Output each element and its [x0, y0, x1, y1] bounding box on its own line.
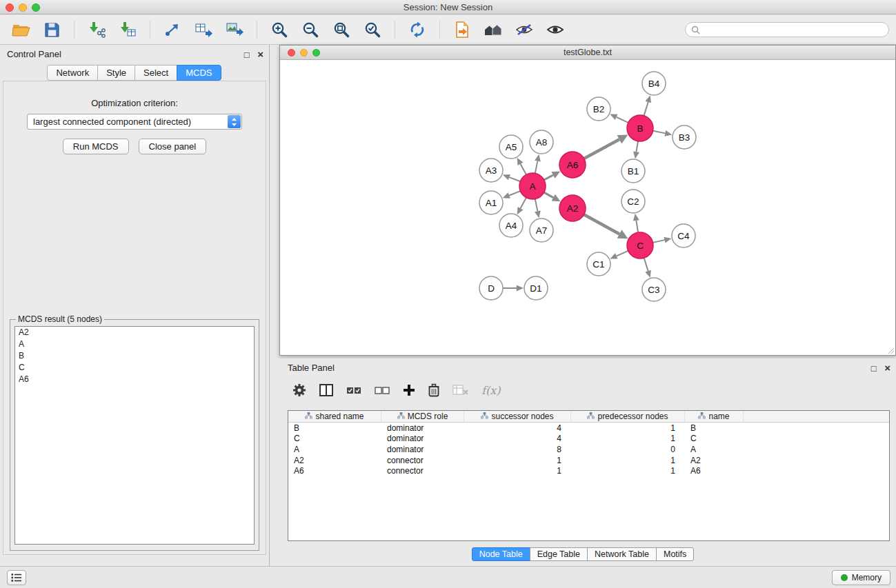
zoom-out-button[interactable]	[299, 19, 321, 41]
function-builder-button[interactable]: f(x)	[481, 384, 500, 397]
tab-style[interactable]: Style	[97, 65, 135, 81]
close-panel-icon[interactable]: ×	[257, 48, 263, 60]
export-network-button[interactable]	[161, 19, 183, 41]
graph-edge-A-A6[interactable]	[544, 175, 553, 180]
show-panel-button[interactable]	[544, 19, 566, 41]
table-row[interactable]: A2connector11A2	[288, 455, 889, 466]
result-item[interactable]: B	[15, 350, 254, 362]
result-item[interactable]: A6	[15, 374, 254, 385]
close-table-panel-icon[interactable]: ×	[884, 362, 890, 374]
column-header-mcds-role[interactable]: MCDS role	[381, 411, 464, 422]
graph-node-A8[interactable]: A8	[530, 130, 553, 154]
graph-node-A3[interactable]: A3	[479, 159, 503, 182]
graph-node-B1[interactable]: B1	[621, 159, 645, 183]
tab-motifs[interactable]: Motifs	[656, 547, 694, 561]
memory-button[interactable]: Memory	[832, 570, 890, 585]
graph-edge-A6-B[interactable]	[584, 139, 619, 159]
graph-edge-B-B2[interactable]	[617, 117, 628, 123]
graph-node-D[interactable]: D	[479, 276, 503, 300]
graph-node-C2[interactable]: C2	[621, 190, 645, 213]
export-table-button[interactable]	[192, 19, 215, 41]
graph-node-A6[interactable]: A6	[559, 152, 586, 178]
bird-view-button[interactable]	[513, 19, 535, 41]
graph-edge-C-C4[interactable]	[653, 240, 665, 243]
table-settings-button[interactable]	[292, 383, 306, 397]
graph-edge-A-A2[interactable]	[544, 192, 554, 197]
graph-node-A2[interactable]: A2	[559, 195, 586, 221]
graph-edge-A-A3[interactable]	[509, 177, 520, 181]
graph-node-C[interactable]: C	[627, 232, 653, 258]
open-session-button[interactable]	[10, 19, 32, 41]
graph-edge-A-A4[interactable]	[520, 198, 526, 209]
graph-node-B[interactable]: B	[627, 115, 653, 141]
graph-edge-A-A5[interactable]	[520, 164, 526, 175]
import-table-button[interactable]	[117, 19, 139, 41]
table-row[interactable]: Cdominator41C	[288, 434, 889, 445]
graph-edge-B-B3[interactable]	[653, 131, 666, 134]
graph-edge-A-A1[interactable]	[509, 191, 520, 195]
column-header-name[interactable]: name	[685, 411, 744, 422]
criterion-dropdown[interactable]: largest connected component (directed)	[27, 114, 242, 130]
table-row[interactable]: Bdominator41B	[288, 423, 889, 434]
graph-node-B2[interactable]: B2	[587, 97, 610, 121]
column-header-shared-name[interactable]: shared name	[288, 411, 381, 422]
graph-node-C4[interactable]: C4	[672, 224, 695, 247]
graph-edge-B-B4[interactable]	[644, 102, 648, 116]
graph-edge-C-C2[interactable]	[636, 221, 638, 232]
create-column-button[interactable]	[403, 384, 415, 396]
close-window-button[interactable]	[6, 3, 14, 12]
graph-node-B3[interactable]: B3	[673, 125, 696, 149]
delete-table-button[interactable]	[452, 385, 468, 396]
graph-edge-B-B1[interactable]	[636, 141, 637, 152]
open-network-file-button[interactable]	[451, 19, 473, 41]
graphics-details-button[interactable]	[482, 19, 504, 41]
network-close-button[interactable]	[288, 49, 295, 57]
zoom-selected-button[interactable]	[361, 19, 384, 41]
graph-edge-C-C3[interactable]	[644, 258, 648, 271]
graph-node-C1[interactable]: C1	[587, 252, 610, 276]
tab-network-table[interactable]: Network Table	[587, 547, 657, 561]
delete-column-button[interactable]	[428, 383, 439, 397]
save-session-button[interactable]	[41, 19, 63, 41]
table-row[interactable]: Adominator80A	[288, 444, 889, 455]
network-minimize-button[interactable]	[300, 49, 308, 57]
float-panel-icon[interactable]: □	[244, 50, 250, 60]
graph-node-A1[interactable]: A1	[479, 191, 503, 214]
graph-edge-A-A7[interactable]	[535, 199, 538, 212]
result-item[interactable]: A	[15, 338, 254, 350]
tab-mcds[interactable]: MCDS	[177, 65, 221, 81]
network-window-titlebar[interactable]: testGlobe.txt	[280, 45, 895, 60]
tab-select[interactable]: Select	[135, 65, 177, 81]
select-all-button[interactable]	[346, 386, 361, 395]
select-columns-button[interactable]	[319, 384, 333, 396]
graph-node-A5[interactable]: A5	[499, 135, 523, 159]
table-row[interactable]: A6connector11A6	[288, 465, 889, 476]
graph-node-A7[interactable]: A7	[530, 219, 553, 242]
result-item[interactable]: A2	[15, 327, 254, 338]
close-panel-button[interactable]: Close panel	[139, 139, 207, 154]
export-image-button[interactable]	[223, 19, 246, 41]
graph-node-D1[interactable]: D1	[524, 276, 548, 300]
graph-edge-A-A8[interactable]	[535, 161, 538, 174]
graph-node-C3[interactable]: C3	[642, 278, 666, 301]
mcds-result-list[interactable]: A2ABCA6	[14, 326, 255, 545]
network-zoom-button[interactable]	[312, 49, 320, 57]
tab-node-table[interactable]: Node Table	[472, 547, 530, 561]
minimize-window-button[interactable]	[19, 3, 27, 12]
zoom-in-button[interactable]	[268, 19, 290, 41]
float-table-panel-icon[interactable]: □	[871, 363, 877, 374]
network-canvas[interactable]: B4B2BB3A5A8A6A3B1AC2A1A2A4A7C4CC1C3DD1	[280, 61, 895, 356]
graph-node-A4[interactable]: A4	[499, 214, 523, 237]
resize-handle[interactable]	[886, 346, 895, 354]
result-item[interactable]: C	[15, 362, 254, 374]
tab-edge-table[interactable]: Edge Table	[530, 547, 588, 561]
import-network-button[interactable]	[86, 19, 108, 41]
search-input[interactable]	[704, 25, 883, 34]
zoom-fit-button[interactable]	[330, 19, 352, 41]
tab-network[interactable]: Network	[47, 65, 98, 81]
run-mcds-button[interactable]: Run MCDS	[63, 139, 129, 154]
graph-node-B4[interactable]: B4	[642, 72, 666, 95]
graph-edge-A2-C[interactable]	[584, 214, 619, 234]
graph-node-A[interactable]: A	[519, 173, 546, 199]
show-panels-button[interactable]	[7, 570, 26, 585]
